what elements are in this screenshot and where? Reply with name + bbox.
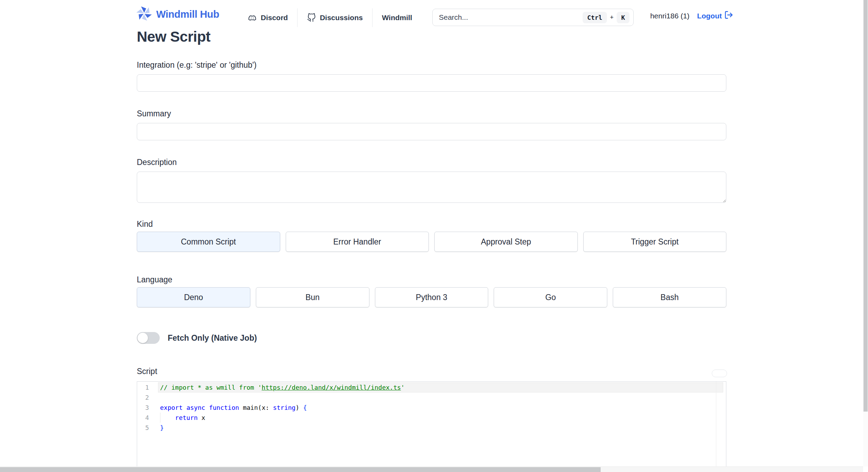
logout-label: Logout	[697, 12, 722, 20]
nav-label-windmill: Windmill	[382, 14, 412, 22]
horizontal-scrollbar-thumb[interactable]	[0, 467, 601, 472]
code-lines: 1 // import * as wmill from 'https://den…	[137, 382, 726, 433]
fetch-only-row: Fetch Only (Native Job)	[137, 332, 257, 344]
code-editor[interactable]: 1 // import * as wmill from 'https://den…	[137, 381, 726, 472]
kind-options: Common Script Error Handler Approval Ste…	[137, 232, 726, 252]
fetch-only-toggle[interactable]	[137, 332, 160, 344]
nav-label-discord: Discord	[261, 14, 288, 22]
kbd-k: K	[617, 12, 629, 23]
code-line: 2	[137, 392, 726, 403]
integration-label: Integration (e.g: 'stripe' or 'github')	[137, 60, 726, 70]
windmill-logo-icon	[136, 6, 152, 23]
code-line: 4 return x	[137, 413, 726, 423]
editor-scrollbar[interactable]	[716, 382, 716, 472]
kind-option-approval-step[interactable]: Approval Step	[434, 232, 578, 252]
language-option-go[interactable]: Go	[494, 287, 607, 307]
discord-icon	[248, 13, 257, 23]
logout-icon	[724, 10, 733, 21]
line-number: 5	[137, 423, 157, 433]
line-code: }	[157, 423, 164, 433]
page-title: New Script	[137, 28, 210, 45]
code-line: 5 }	[137, 423, 726, 433]
github-icon	[307, 13, 316, 22]
language-group: Language Deno Bun Python 3 Go Bash	[137, 275, 726, 307]
language-option-bun[interactable]: Bun	[256, 287, 369, 307]
brand-name: Windmill Hub	[156, 9, 219, 20]
line-number: 4	[137, 413, 157, 423]
page-horizontal-scrollbar[interactable]	[0, 466, 863, 472]
summary-input[interactable]	[137, 123, 726, 140]
scrollbar-corner	[863, 466, 868, 472]
script-label: Script	[137, 367, 157, 376]
toggle-knob	[137, 333, 148, 343]
kind-option-trigger-script[interactable]: Trigger Script	[583, 232, 727, 252]
line-number: 3	[137, 403, 157, 413]
description-group: Description	[137, 158, 726, 204]
logout-link[interactable]: Logout	[697, 10, 733, 21]
code-line: 3 export async function main(x: string) …	[137, 403, 726, 413]
description-label: Description	[137, 158, 726, 167]
integration-input[interactable]	[137, 74, 726, 92]
nav-label-discussions: Discussions	[320, 14, 363, 22]
language-options: Deno Bun Python 3 Go Bash	[137, 287, 726, 307]
kbd-ctrl: Ctrl	[583, 12, 607, 23]
kind-group: Kind Common Script Error Handler Approva…	[137, 220, 726, 252]
nav-item-discord[interactable]: Discord	[248, 8, 297, 27]
kind-label: Kind	[137, 220, 726, 229]
username: henri186 (1)	[650, 12, 690, 20]
main-nav: Discord Discussions Windmill	[248, 8, 422, 27]
line-code: // import * as wmill from 'https://deno.…	[157, 382, 404, 392]
nav-item-discussions[interactable]: Discussions	[298, 8, 372, 27]
language-option-python3[interactable]: Python 3	[375, 287, 489, 307]
integration-group: Integration (e.g: 'stripe' or 'github')	[137, 60, 726, 92]
code-line: 1 // import * as wmill from 'https://den…	[137, 382, 726, 392]
page-vertical-scrollbar[interactable]	[863, 0, 868, 466]
line-code	[157, 392, 160, 403]
summary-group: Summary	[137, 109, 726, 140]
brand[interactable]: Windmill Hub	[136, 6, 219, 23]
line-code: export async function main(x: string) {	[157, 403, 307, 413]
search-box[interactable]: Ctrl + K	[432, 9, 634, 26]
line-code: return x	[157, 413, 205, 423]
line-number: 1	[137, 382, 157, 392]
search-input[interactable]	[439, 13, 583, 22]
description-textarea[interactable]	[137, 172, 726, 203]
summary-label: Summary	[137, 109, 726, 118]
kind-option-error-handler[interactable]: Error Handler	[286, 232, 429, 252]
line-number: 2	[137, 392, 157, 403]
user-area: henri186 (1) Logout	[650, 10, 733, 21]
fetch-only-label: Fetch Only (Native Job)	[168, 333, 257, 343]
language-option-bash[interactable]: Bash	[613, 287, 726, 307]
language-option-deno[interactable]: Deno	[137, 287, 250, 307]
kind-option-common-script[interactable]: Common Script	[137, 232, 280, 252]
nav-item-windmill[interactable]: Windmill	[373, 8, 422, 27]
editor-theme-toggle[interactable]	[712, 370, 727, 377]
kbd-plus: +	[610, 14, 614, 21]
vertical-scrollbar-thumb[interactable]	[863, 0, 868, 412]
language-label: Language	[137, 275, 726, 284]
